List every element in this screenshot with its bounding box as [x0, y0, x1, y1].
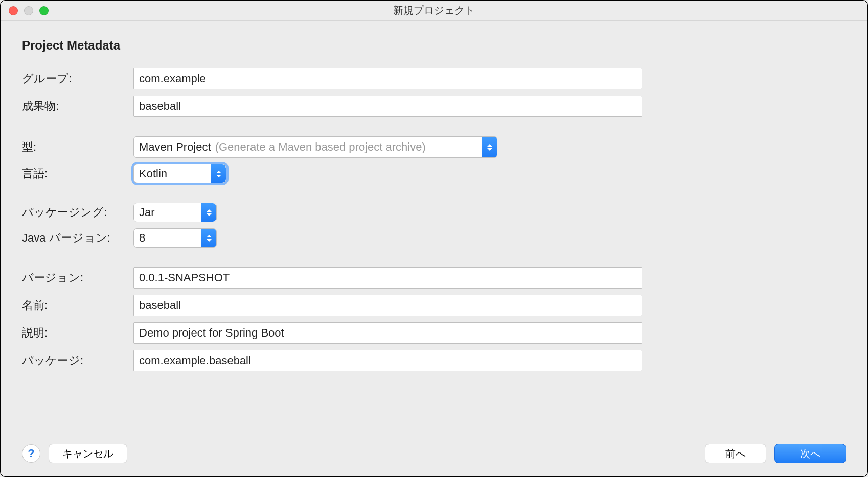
- chevron-updown-icon: [211, 164, 226, 183]
- chevron-updown-icon: [482, 137, 497, 157]
- cancel-button[interactable]: キャンセル: [49, 444, 127, 463]
- name-input[interactable]: [133, 295, 642, 316]
- label-java-version: Java バージョン:: [22, 227, 129, 249]
- help-button[interactable]: ?: [22, 444, 40, 463]
- language-select[interactable]: Kotlin: [133, 164, 226, 183]
- label-group: グループ:: [22, 68, 129, 89]
- metadata-form: グループ: 成果物: 型: Maven Project (Generate a …: [22, 65, 846, 374]
- next-button[interactable]: 次へ: [774, 444, 846, 463]
- back-button[interactable]: 前へ: [705, 444, 766, 463]
- label-type: 型:: [22, 136, 129, 158]
- packaging-value: Jar: [139, 206, 155, 219]
- type-value: Maven Project: [139, 140, 211, 154]
- type-select[interactable]: Maven Project (Generate a Maven based pr…: [133, 136, 497, 158]
- label-package: パッケージ:: [22, 350, 129, 371]
- label-artifact: 成果物:: [22, 96, 129, 117]
- packaging-select[interactable]: Jar: [133, 203, 217, 222]
- package-input[interactable]: [133, 350, 642, 371]
- help-icon: ?: [28, 447, 34, 460]
- label-language: 言語:: [22, 163, 129, 184]
- java-version-value: 8: [139, 231, 145, 245]
- group-input[interactable]: [133, 68, 642, 89]
- chevron-updown-icon: [201, 229, 216, 247]
- label-description: 説明:: [22, 322, 129, 344]
- titlebar: 新規プロジェクト: [1, 1, 867, 21]
- artifact-input[interactable]: [133, 96, 642, 117]
- window-title: 新規プロジェクト: [1, 4, 867, 17]
- language-value: Kotlin: [139, 167, 167, 180]
- label-packaging: パッケージング:: [22, 202, 129, 223]
- chevron-updown-icon: [201, 203, 216, 222]
- dialog-window: 新規プロジェクト Project Metadata グループ: 成果物: 型: …: [0, 0, 868, 477]
- description-input[interactable]: [133, 322, 642, 344]
- content-area: Project Metadata グループ: 成果物: 型: Maven Pro…: [1, 21, 867, 438]
- type-hint: (Generate a Maven based project archive): [215, 140, 426, 154]
- java-version-select[interactable]: 8: [133, 228, 217, 248]
- version-input[interactable]: [133, 267, 642, 289]
- label-name: 名前:: [22, 295, 129, 316]
- section-title: Project Metadata: [22, 38, 846, 53]
- label-version: バージョン:: [22, 267, 129, 289]
- dialog-footer: ? キャンセル 前へ 次へ: [1, 438, 867, 476]
